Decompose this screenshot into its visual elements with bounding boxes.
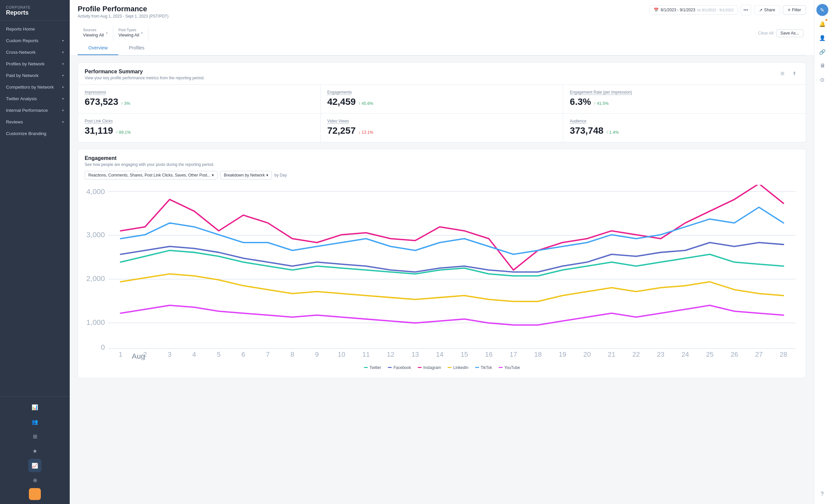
performance-summary-card: Performance Summary View your key profil…	[78, 62, 806, 142]
sidebar-item-label: Paid by Network	[6, 73, 38, 78]
metric-value-engagements: 42,459↑ 45.6%	[327, 97, 556, 107]
svg-text:4: 4	[192, 351, 196, 358]
brand-sub: Corporate	[6, 5, 64, 9]
metric-label-audience: Audience	[570, 119, 799, 124]
sidebar-item-label: Profiles by Network	[6, 61, 44, 66]
analytics-icon[interactable]: 📊	[28, 401, 41, 414]
legend-item-facebook: Facebook	[388, 365, 411, 370]
sidebar-item-label: Internal Performance	[6, 108, 48, 113]
svg-text:26: 26	[731, 351, 738, 358]
metric-number-video-views: 72,257	[327, 126, 356, 136]
svg-text:3,000: 3,000	[86, 231, 105, 239]
chevron-down-icon: ▾	[62, 39, 64, 42]
chevron-down-icon: ▾	[62, 120, 64, 124]
breakdown-chevron-icon: ▾	[266, 173, 268, 177]
title-block: Profile Performance Activity from Aug 1,…	[78, 5, 168, 19]
svg-text:23: 23	[657, 351, 665, 358]
apps-icon[interactable]: ⊞	[28, 430, 41, 443]
help-button[interactable]: ?	[817, 488, 828, 500]
clear-all-button[interactable]: Clear All	[755, 30, 776, 37]
filter-label: Filter	[792, 8, 801, 12]
date-range-button[interactable]: 📅 8/1/2023 - 9/1/2023 vs 8/1/2022 - 9/1/…	[649, 5, 738, 14]
grid-view-icon[interactable]: ⊞	[778, 69, 787, 78]
metric-change-audience: ↑ 1.4%	[606, 130, 619, 135]
legend-item-linkedin: LinkedIn	[448, 365, 468, 370]
sidebar-item-reports-home[interactable]: Reports Home	[0, 23, 70, 35]
upload-icon[interactable]: ⬆	[790, 69, 799, 78]
filter-button[interactable]: ≡ Filter	[783, 5, 806, 14]
svg-text:22: 22	[633, 351, 640, 358]
metric-change-engagements: ↑ 45.6%	[358, 101, 373, 106]
sidebar-item-reviews[interactable]: Reviews▾	[0, 116, 70, 128]
chart-icon[interactable]: 📈	[28, 459, 41, 472]
sidebar-item-internal-performance[interactable]: Internal Performance▾	[0, 104, 70, 116]
sidebar-item-profiles-by-network[interactable]: Profiles by Network▾	[0, 58, 70, 70]
engagement-metrics-dropdown[interactable]: Reactions, Comments, Shares, Post Link C…	[85, 171, 218, 179]
metric-change-video-views: ↓ 13.1%	[358, 130, 373, 135]
by-day-label: by Day	[275, 173, 287, 177]
sidebar-item-label: Twitter Analysis	[6, 96, 37, 101]
share-button[interactable]: ↗ Share	[754, 5, 780, 15]
performance-summary-subtitle: View your key profile performance metric…	[85, 76, 204, 80]
metric-cell-video-views: Video Views72,257↓ 13.1%	[321, 113, 564, 142]
notifications-button[interactable]: 🔔	[817, 18, 828, 30]
sidebar-item-cross-network[interactable]: Cross-Network▾	[0, 46, 70, 58]
legend-label-linkedin: LinkedIn	[453, 365, 468, 370]
svg-text:5: 5	[217, 351, 220, 358]
svg-text:17: 17	[510, 351, 517, 358]
svg-text:16: 16	[485, 351, 493, 358]
svg-text:6: 6	[242, 351, 245, 358]
vs-text: vs 8/1/2022 - 9/1/2022	[697, 8, 733, 12]
svg-text:9: 9	[315, 351, 319, 358]
page-header: Profile Performance Activity from Aug 1,…	[70, 0, 814, 56]
sidebar-item-twitter-analysis[interactable]: Twitter Analysis▾	[0, 93, 70, 104]
sidebar-item-label: Cross-Network	[6, 50, 35, 55]
link-button[interactable]: 🔗	[817, 46, 828, 58]
save-as-button[interactable]: Save As...	[776, 29, 803, 37]
svg-text:1,000: 1,000	[86, 318, 105, 327]
monitor-button[interactable]: 🖥	[817, 60, 828, 72]
star-icon[interactable]: ★	[28, 444, 41, 458]
breakdown-dropdown[interactable]: Breakdown by Network ▾	[220, 171, 272, 179]
metric-label-impressions: Impressions	[85, 90, 314, 95]
chevron-down-icon: ▾	[62, 51, 64, 54]
svg-text:28: 28	[780, 351, 788, 358]
sources-chevron-icon: ▾	[106, 31, 107, 35]
sidebar-item-competitors-by-network[interactable]: Competitors by Network▾	[0, 81, 70, 93]
sidebar-item-custom-reports[interactable]: Custom Reports▾	[0, 35, 70, 46]
svg-text:18: 18	[534, 351, 542, 358]
user-profile-button[interactable]: 👤	[817, 32, 828, 44]
tab-profiles[interactable]: Profiles	[118, 41, 155, 55]
sources-label: Sources	[83, 28, 104, 32]
sidebar-nav: Reports HomeCustom Reports▾Cross-Network…	[0, 21, 70, 396]
page-subtitle: Activity from Aug 1, 2023 - Sept 1, 2023…	[78, 14, 168, 19]
sources-filter[interactable]: Sources Viewing All ▾	[78, 25, 113, 41]
sidebar-item-label: Customize Branding	[6, 131, 46, 136]
legend-color-instagram	[418, 367, 422, 368]
filter-icon: ≡	[788, 8, 790, 12]
post-types-filter[interactable]: Post Types Viewing All ▾	[113, 25, 149, 41]
engagement-title: Engagement	[85, 155, 214, 161]
target-button[interactable]: ⊙	[817, 74, 828, 86]
more-options-button[interactable]: •••	[741, 5, 751, 15]
engagement-controls: Reactions, Comments, Shares, Post Link C…	[78, 171, 806, 185]
people-icon[interactable]: 👥	[28, 415, 41, 428]
legend-color-facebook	[388, 367, 392, 368]
svg-text:4,000: 4,000	[86, 188, 105, 196]
tabs-bar: Overview Profiles	[78, 41, 806, 56]
user-avatar[interactable]	[29, 488, 41, 500]
post-types-chevron-icon: ▾	[141, 31, 143, 35]
legend-item-tiktok: TikTok	[475, 365, 492, 370]
content-area: Performance Summary View your key profil…	[70, 56, 814, 504]
metric-cell-engagements: Engagements42,459↑ 45.6%	[321, 85, 564, 113]
chevron-down-icon: ▾	[62, 62, 64, 66]
sidebar-item-customize-branding[interactable]: Customize Branding	[0, 128, 70, 139]
engagement-card: Engagement See how people are engaging w…	[78, 149, 806, 378]
post-types-label: Post Types	[119, 28, 139, 32]
groups-icon[interactable]: ⊕	[28, 473, 41, 487]
metric-number-post-link-clicks: 31,119	[85, 126, 113, 136]
sidebar-item-paid-by-network[interactable]: Paid by Network▾	[0, 70, 70, 81]
calendar-icon: 📅	[654, 8, 659, 12]
edit-button[interactable]: ✎	[817, 4, 828, 16]
tab-overview[interactable]: Overview	[78, 41, 118, 55]
